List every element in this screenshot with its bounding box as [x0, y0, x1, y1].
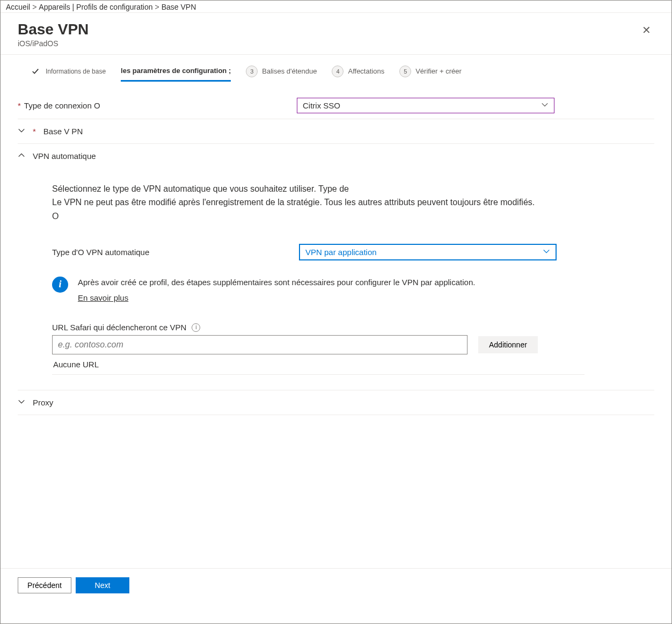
- auto-vpn-type-label: Type d'O VPN automatique: [52, 248, 149, 257]
- step-label: Affectations: [348, 67, 384, 75]
- chevron-down-icon: [541, 101, 549, 110]
- per-app-vpn-info: i Après avoir créé ce profil, des étapes…: [52, 274, 654, 305]
- previous-button[interactable]: Précédent: [18, 577, 71, 593]
- step-number: 4: [332, 66, 344, 77]
- step-label: Informations de base: [46, 68, 106, 75]
- safari-url-input[interactable]: [52, 335, 468, 354]
- step-scope-tags[interactable]: 3 Balises d'étendue: [246, 66, 317, 77]
- chevron-down-icon: [18, 127, 25, 136]
- page-subtitle: iOS/iPadOS: [18, 39, 89, 48]
- chevron-down-icon: [18, 398, 25, 407]
- breadcrumb-current: Base VPN: [162, 3, 196, 11]
- check-icon: [30, 66, 41, 77]
- required-marker: *: [33, 127, 36, 136]
- step-label: les paramètres de configuration ;: [121, 67, 231, 75]
- connection-type-select[interactable]: Citrix SSO: [297, 98, 554, 113]
- breadcrumb-home[interactable]: Accueil: [6, 3, 30, 11]
- auto-vpn-type-row: Type d'O VPN automatique VPN par applica…: [52, 238, 654, 266]
- section-title: VPN automatique: [33, 151, 96, 161]
- step-assignments[interactable]: 4 Affectations: [332, 66, 384, 77]
- section-proxy[interactable]: Proxy: [18, 390, 654, 415]
- breadcrumb-devices[interactable]: Appareils | Profils de configuration: [39, 3, 152, 11]
- step-number: 3: [246, 66, 258, 77]
- step-label: Balises d'étendue: [262, 67, 317, 75]
- wizard-steps: Informations de base les paramètres de c…: [18, 66, 654, 77]
- select-value: VPN par application: [305, 248, 377, 257]
- step-review-create[interactable]: 5 Vérifier + créer: [399, 66, 462, 77]
- learn-more-link[interactable]: En savoir plus: [78, 293, 475, 302]
- section-automatic-vpn[interactable]: VPN automatique: [18, 144, 654, 168]
- select-value: Citrix SSO: [303, 101, 340, 110]
- wizard-footer: Précédent Next: [1, 568, 671, 623]
- breadcrumb: Accueil > Appareils | Profils de configu…: [1, 1, 671, 13]
- required-marker: *: [18, 101, 21, 110]
- safari-urls-label: URL Safari qui déclencheront ce VPN: [52, 323, 186, 332]
- page-header: Base VPN iOS/iPadOS ✕: [1, 13, 671, 55]
- automatic-vpn-body: Sélectionnez le type de VPN automatique …: [18, 168, 654, 375]
- connection-type-row: * Type de connexion O Citrix SSO: [18, 92, 654, 119]
- step-basics[interactable]: Informations de base: [30, 66, 106, 77]
- connection-type-label: Type de connexion O: [24, 101, 100, 110]
- next-button[interactable]: Next: [76, 577, 129, 593]
- section-base-vpn[interactable]: * Base V PN: [18, 119, 654, 144]
- chevron-down-icon: [543, 248, 550, 257]
- breadcrumb-sep: >: [155, 3, 159, 11]
- info-icon: i: [52, 277, 68, 293]
- info-text: Après avoir créé ce profil, des étapes s…: [78, 277, 475, 288]
- step-number: 5: [399, 66, 411, 77]
- close-icon[interactable]: ✕: [639, 21, 654, 39]
- auto-vpn-type-select[interactable]: VPN par application: [299, 244, 557, 260]
- section-title: Proxy: [33, 398, 53, 407]
- auto-vpn-desc-line2: Le VPN ne peut pas être modifié après l'…: [52, 195, 535, 223]
- step-config-settings[interactable]: les paramètres de configuration ;: [121, 67, 231, 82]
- info-icon[interactable]: i: [192, 323, 200, 332]
- chevron-up-icon: [18, 151, 25, 161]
- no-urls-message: Aucune URL: [52, 354, 585, 375]
- section-title: Base V PN: [43, 127, 83, 136]
- page-title: Base VPN: [18, 21, 89, 38]
- breadcrumb-sep: >: [32, 3, 36, 11]
- auto-vpn-desc-line1: Sélectionnez le type de VPN automatique …: [52, 182, 535, 196]
- add-url-button[interactable]: Additionner: [478, 336, 538, 353]
- step-label: Vérifier + créer: [415, 67, 462, 75]
